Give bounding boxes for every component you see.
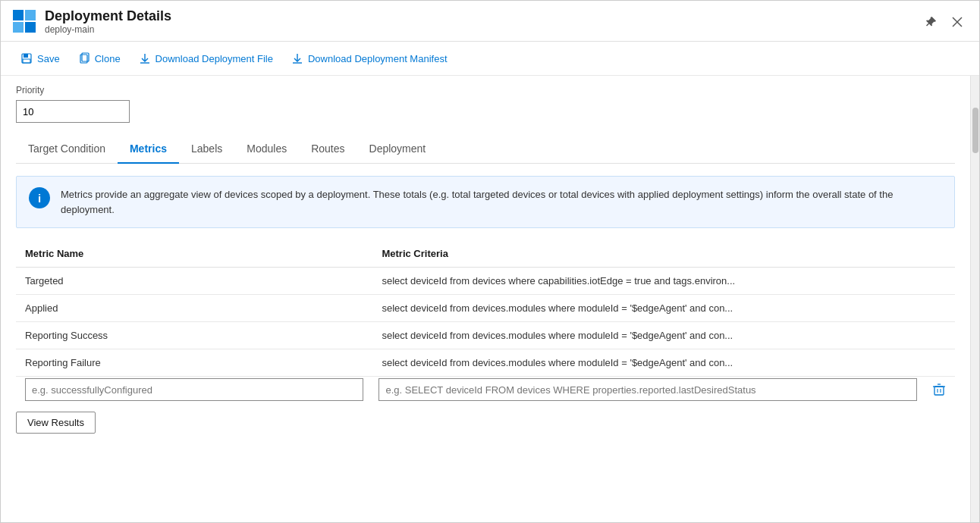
main-content: Priority Target Condition Metrics Labels… (1, 76, 970, 522)
table-row: Targeted select deviceId from devices wh… (16, 268, 955, 295)
window-title: Deployment Details (45, 8, 171, 24)
download-manifest-button[interactable]: Download Deployment Manifest (284, 48, 455, 69)
table-row: Reporting Failure select deviceId from d… (16, 349, 955, 377)
app-window: Deployment Details deploy-main (0, 0, 980, 523)
tabs-bar: Target Condition Metrics Labels Modules … (16, 135, 955, 164)
col-header-metric-name: Metric Name (16, 240, 372, 268)
tab-deployment[interactable]: Deployment (357, 135, 438, 164)
toolbar: Save Clone Download Deployment File Do (1, 42, 979, 76)
new-metric-criteria-input[interactable] (378, 378, 917, 401)
metrics-table: Metric Name Metric Criteria Targeted sel… (16, 240, 955, 377)
title-bar: Deployment Details deploy-main (1, 1, 979, 42)
title-bar-right (920, 13, 967, 31)
metric-name-cell-2: Reporting Success (16, 322, 372, 349)
tab-modules[interactable]: Modules (234, 135, 299, 164)
delete-new-metric-button[interactable] (929, 380, 949, 399)
priority-label: Priority (16, 85, 955, 96)
svg-rect-15 (934, 387, 944, 395)
new-metric-delete-cell (923, 380, 955, 399)
info-banner-text: Metrics provide an aggregate view of dev… (61, 187, 942, 217)
new-metric-input-row (16, 378, 955, 401)
info-icon: i (29, 187, 50, 208)
col-header-metric-criteria: Metric Criteria (372, 240, 955, 268)
tab-metrics[interactable]: Metrics (118, 135, 179, 164)
vertical-scrollbar[interactable] (970, 76, 979, 522)
metric-name-cell-1: Applied (16, 295, 372, 322)
clone-button[interactable]: Clone (71, 48, 128, 69)
title-info: Deployment Details deploy-main (45, 8, 171, 35)
tab-routes[interactable]: Routes (299, 135, 357, 164)
save-icon (20, 52, 33, 64)
trash-icon (932, 383, 946, 396)
table-row: Reporting Success select deviceId from d… (16, 322, 955, 349)
download-file-icon (139, 52, 151, 64)
download-manifest-icon (291, 52, 303, 64)
metric-name-cell-0: Targeted (16, 268, 372, 295)
info-banner: i Metrics provide an aggregate view of d… (16, 176, 955, 228)
table-row: Applied select deviceId from devices.mod… (16, 295, 955, 322)
table-header-row: Metric Name Metric Criteria (16, 240, 955, 268)
svg-rect-8 (23, 59, 30, 63)
svg-rect-0 (13, 10, 24, 20)
title-bar-left: Deployment Details deploy-main (13, 8, 171, 35)
svg-rect-3 (25, 22, 36, 33)
clone-icon (78, 52, 90, 64)
scrollbar-thumb[interactable] (972, 108, 978, 153)
download-file-button[interactable]: Download Deployment File (131, 48, 281, 69)
pin-icon (925, 16, 937, 28)
metric-criteria-cell-2: select deviceId from devices.modules whe… (372, 322, 955, 349)
view-results-button[interactable]: View Results (16, 412, 96, 434)
svg-rect-1 (25, 10, 36, 20)
window-subtitle: deploy-main (45, 24, 171, 35)
content-scrollbar-area: Priority Target Condition Metrics Labels… (1, 76, 979, 522)
svg-rect-2 (13, 22, 24, 33)
new-metric-criteria-cell (372, 378, 923, 401)
new-metric-name-input[interactable] (25, 378, 363, 401)
metric-criteria-cell-3: select deviceId from devices.modules whe… (372, 349, 955, 377)
close-icon (952, 17, 963, 27)
priority-input[interactable] (16, 100, 130, 123)
close-button[interactable] (947, 14, 967, 30)
metric-name-cell-3: Reporting Failure (16, 349, 372, 377)
tab-target-condition[interactable]: Target Condition (16, 135, 118, 164)
svg-rect-7 (24, 54, 28, 58)
priority-section: Priority (16, 76, 955, 129)
new-metric-name-cell (16, 378, 372, 401)
save-button[interactable]: Save (13, 48, 68, 69)
metric-criteria-cell-1: select deviceId from devices.modules whe… (372, 295, 955, 322)
app-logo-icon (13, 10, 37, 34)
pin-button[interactable] (920, 13, 941, 31)
tab-labels[interactable]: Labels (179, 135, 234, 164)
metric-criteria-cell-0: select deviceId from devices where capab… (372, 268, 955, 295)
